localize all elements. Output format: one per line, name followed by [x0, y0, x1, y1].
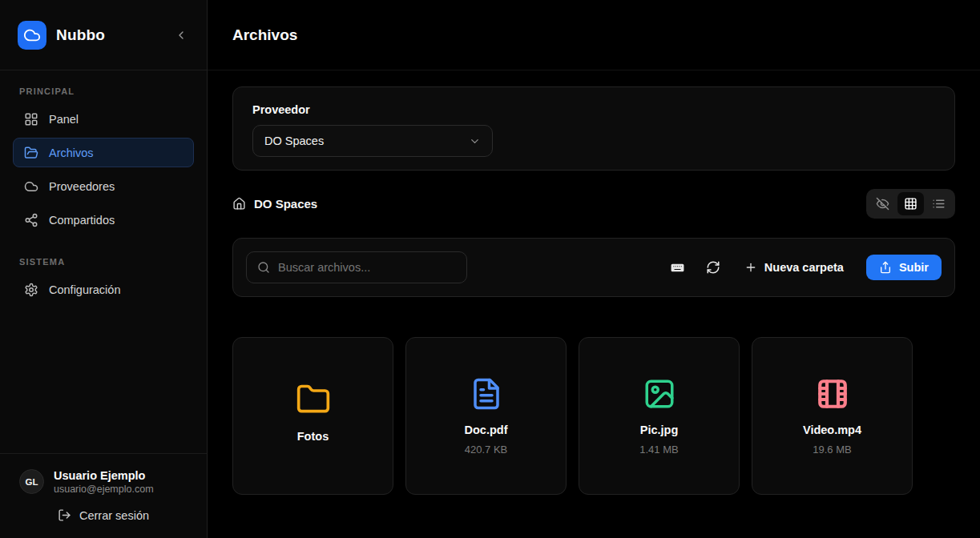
- upload-icon: [879, 261, 892, 274]
- sidebar-item-compartidos[interactable]: Compartidos: [13, 205, 194, 235]
- provider-card: Proveedor DO Spaces: [232, 86, 955, 171]
- sidebar-item-label: Proveedores: [49, 180, 115, 193]
- sidebar-item-label: Configuración: [49, 283, 120, 296]
- sidebar-item-panel[interactable]: Panel: [13, 104, 194, 134]
- provider-label: Proveedor: [252, 103, 935, 116]
- avatar: GL: [19, 469, 44, 494]
- chevron-down-icon: [469, 135, 481, 147]
- folder-icon: [296, 382, 331, 417]
- grid-view-icon: [904, 197, 917, 211]
- sidebar-item-configuracion[interactable]: Configuración: [13, 275, 194, 304]
- new-folder-button[interactable]: Nueva carpeta: [733, 254, 855, 281]
- nubbo-logo: [18, 21, 46, 50]
- share-icon: [24, 213, 38, 227]
- folder-open-icon: [24, 146, 38, 160]
- plus-icon: [744, 261, 757, 274]
- logout-button[interactable]: Cerrar sesión: [19, 508, 188, 522]
- main-header: Archivos: [208, 0, 980, 70]
- image-file-icon: [643, 377, 676, 411]
- hide-preview-toggle[interactable]: [869, 192, 896, 215]
- cloud-logo-icon: [23, 26, 41, 44]
- file-name: Fotos: [297, 430, 329, 443]
- file-name: Doc.pdf: [465, 424, 508, 436]
- refresh-icon: [706, 260, 720, 275]
- main-area: Archivos Proveedor DO Spaces DO Spaces: [208, 0, 980, 538]
- eye-off-icon: [876, 197, 889, 211]
- sidebar-nav: PRINCIPAL Panel Archivos Proveedores Com…: [0, 70, 207, 453]
- logout-icon: [58, 508, 71, 522]
- upload-button[interactable]: Subir: [866, 255, 942, 280]
- list-view-icon: [932, 197, 946, 211]
- file-card-pic-jpg[interactable]: Pic.jpg 1.41 MB: [579, 337, 740, 495]
- file-grid: Fotos Doc.pdf 420.7 KB Pic.jpg 1.41 MB: [232, 337, 955, 495]
- toolbar-actions: Nueva carpeta Subir: [663, 254, 942, 281]
- grid-view-toggle[interactable]: [897, 192, 924, 215]
- breadcrumb-row: DO Spaces: [232, 188, 955, 219]
- brand-name: Nubbo: [56, 26, 163, 44]
- keyboard-shortcuts-button[interactable]: [663, 254, 693, 281]
- nav-section-sistema: SISTEMA: [13, 252, 194, 275]
- home-breadcrumb-button[interactable]: [232, 197, 246, 211]
- keyboard-icon: [670, 260, 685, 275]
- nav-section-principal: PRINCIPAL: [13, 82, 194, 104]
- sidebar-item-label: Archivos: [49, 147, 94, 159]
- file-name: Video.mp4: [803, 424, 861, 436]
- gear-icon: [24, 283, 38, 297]
- provider-select[interactable]: DO Spaces: [252, 125, 493, 157]
- file-card-video-mp4[interactable]: Video.mp4 19.6 MB: [752, 337, 913, 495]
- user-panel: GL Usuario Ejemplo usuario@ejemplo.com C…: [0, 453, 207, 538]
- sidebar-item-archivos[interactable]: Archivos: [13, 138, 194, 167]
- sidebar-header: Nubbo: [0, 0, 207, 70]
- logout-label: Cerrar sesión: [79, 509, 149, 522]
- video-file-icon: [816, 377, 849, 411]
- breadcrumb: DO Spaces: [232, 197, 317, 211]
- file-size: 420.7 KB: [465, 444, 508, 456]
- sidebar: Nubbo PRINCIPAL Panel Archivos Proveedor…: [0, 0, 208, 538]
- user-email: usuario@ejemplo.com: [54, 483, 154, 496]
- user-name: Usuario Ejemplo: [54, 468, 154, 483]
- file-card-doc-pdf[interactable]: Doc.pdf 420.7 KB: [405, 337, 567, 495]
- file-name: Pic.jpg: [640, 424, 679, 436]
- refresh-button[interactable]: [698, 254, 728, 281]
- file-card-fotos[interactable]: Fotos: [232, 337, 393, 495]
- chevron-left-icon: [175, 29, 188, 42]
- sidebar-item-proveedores[interactable]: Proveedores: [13, 171, 194, 201]
- cloud-icon: [24, 179, 38, 194]
- page-title: Archivos: [232, 26, 297, 44]
- new-folder-label: Nueva carpeta: [764, 261, 844, 274]
- list-view-toggle[interactable]: [926, 192, 952, 215]
- breadcrumb-root[interactable]: DO Spaces: [254, 197, 317, 211]
- user-info: GL Usuario Ejemplo usuario@ejemplo.com: [19, 468, 188, 496]
- search-box: [246, 251, 467, 283]
- sidebar-item-label: Compartidos: [49, 214, 115, 227]
- search-input[interactable]: [278, 261, 456, 274]
- toolbar: Nueva carpeta Subir: [232, 238, 955, 297]
- upload-label: Subir: [899, 261, 929, 274]
- provider-selected-value: DO Spaces: [264, 134, 324, 147]
- dashboard-icon: [24, 112, 38, 126]
- file-size: 1.41 MB: [639, 444, 678, 456]
- content: Proveedor DO Spaces DO Spaces: [208, 70, 980, 495]
- sidebar-item-label: Panel: [49, 113, 79, 126]
- file-size: 19.6 MB: [813, 444, 851, 456]
- sidebar-collapse-button[interactable]: [173, 27, 189, 43]
- search-icon: [257, 261, 270, 274]
- home-icon: [232, 197, 246, 211]
- pdf-file-icon: [470, 377, 503, 411]
- view-toggle-group: [866, 189, 955, 219]
